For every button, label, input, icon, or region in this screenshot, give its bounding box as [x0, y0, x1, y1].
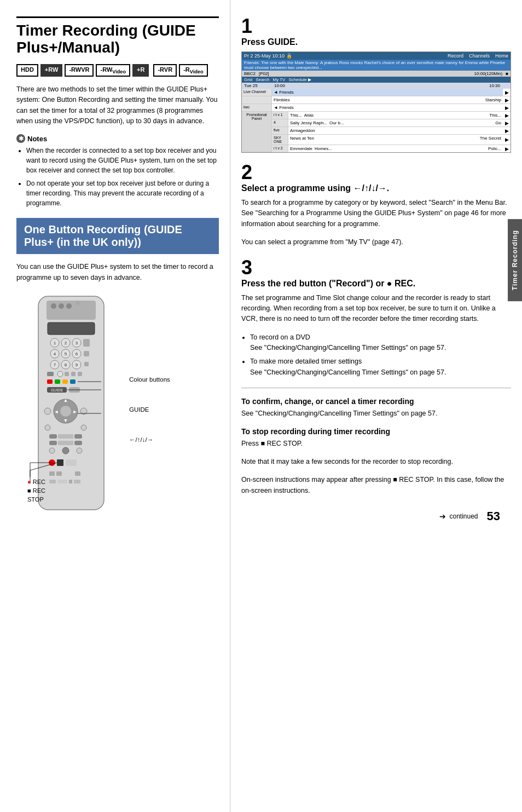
page-title: Timer Recording (GUIDE Plus+/Manual): [16, 16, 219, 56]
svg-rect-52: [74, 434, 82, 439]
svg-rect-33: [47, 379, 53, 384]
stop-body-3: On-screen instructions may appear after …: [241, 475, 511, 496]
svg-rect-63: [56, 471, 62, 476]
callout-colour-label: Colour buttons: [129, 376, 170, 384]
note-icon: ✱: [16, 134, 25, 143]
svg-text:8: 8: [65, 362, 67, 367]
svg-rect-55: [74, 441, 82, 445]
svg-rect-13: [83, 339, 90, 347]
callout-arrows: ←/↑/↓/→: [129, 436, 170, 444]
svg-text:2: 2: [65, 341, 67, 345]
step-3-number: 3: [241, 258, 511, 278]
tv-guide-input-row: BBC2 [P02] 10:00(120Min) ■: [242, 71, 511, 77]
svg-rect-36: [70, 379, 76, 384]
note-item-1: When the recorder is connected to a set …: [26, 146, 219, 175]
left-column: Timer Recording (GUIDE Plus+/Manual) HDD…: [0, 0, 230, 812]
svg-point-3: [59, 303, 64, 309]
step-1-number: 1: [241, 16, 511, 36]
callout-rec-square: ■ REC: [27, 487, 219, 494]
format-badges: HDD +RW -RWVR -RWVideo +R -RVR -RVideo: [16, 64, 219, 77]
svg-text:►: ►: [73, 409, 78, 414]
svg-rect-60: [57, 459, 63, 466]
notes-list: When the recorder is connected to a set …: [16, 146, 219, 208]
svg-rect-54: [58, 441, 73, 445]
rec-callout-labels: ● REC ■ REC STOP: [27, 479, 219, 503]
svg-rect-51: [58, 434, 73, 439]
step-2-section: 2 Select a programme using ←/↑/↓/→. To s…: [241, 163, 511, 248]
svg-point-2: [51, 303, 56, 309]
svg-text:6: 6: [76, 352, 78, 356]
svg-point-41: [60, 406, 71, 417]
svg-text:7: 7: [54, 362, 56, 367]
svg-text:GUIDE: GUIDE: [51, 388, 63, 392]
svg-text:▲: ▲: [63, 398, 68, 403]
svg-text:1: 1: [54, 341, 56, 345]
intro-text: There are two methods to set the timer w…: [16, 84, 219, 127]
stop-body-1: Press ■ REC STOP.: [241, 439, 511, 449]
continued-arrow: ➔: [439, 512, 446, 521]
continued-text: continued: [449, 512, 478, 520]
svg-text:9: 9: [76, 362, 78, 367]
tv-guide-header-right: Record Channels Home: [448, 53, 508, 59]
step-3-heading: Press the red button ("Record") or ● REC…: [241, 279, 511, 289]
callout-labels-right: Colour buttons GUIDE ←/↑/↓/→: [129, 376, 170, 444]
tv-guide-times-row: Tue 25 10:00 10:30: [242, 83, 511, 89]
svg-point-49: [81, 425, 86, 430]
svg-rect-50: [49, 434, 57, 439]
step-3-bullet-1: To record on a DVDSee "Checking/Changing…: [250, 332, 511, 354]
stop-body-2: Note that it may take a few seconds for …: [241, 457, 511, 467]
svg-text:5: 5: [65, 352, 67, 356]
right-column: 1 Press GUIDE. Pr 2 25-May 10:10 🔒 Recor…: [230, 0, 522, 812]
step-3-bullet-2: To make more detailed timer settingsSee …: [250, 356, 511, 378]
svg-rect-31: [71, 372, 76, 376]
confirm-body: See "Checking/Changing/Cancelling Timer …: [241, 408, 511, 419]
notes-box: ✱ Notes When the recorder is connected t…: [16, 134, 219, 208]
tv-guide-row-promo: Promotional Panel i t v 1 This...AliasTh…: [242, 112, 511, 152]
svg-rect-6: [48, 323, 95, 335]
stop-heading: To stop recording during timer recording: [241, 427, 511, 436]
svg-rect-27: [84, 362, 89, 366]
svg-rect-64: [75, 471, 80, 476]
note-item-2: Do not operate your set top box receiver…: [26, 178, 219, 208]
svg-text:◄: ◄: [54, 409, 59, 414]
one-button-title: One Button Recording (GUIDE Plus+ (in th…: [24, 223, 211, 249]
badge-r-plus: +R: [132, 64, 149, 77]
tv-guide-header: Pr 2 25-May 10:10 🔒 Record Channels Home: [242, 52, 511, 60]
badge-rvideo: -RVideo: [179, 64, 207, 77]
svg-rect-61: [66, 459, 77, 466]
badge-rw-plus: +RW: [40, 64, 63, 77]
one-button-body-text: You can use the GUIDE Plus+ system to se…: [16, 262, 219, 283]
section-divider: [241, 388, 511, 388]
tv-guide-row-1: Live Channel ◄ Friends ▶: [242, 89, 511, 96]
one-button-section-box: One Button Recording (GUIDE Plus+ (in th…: [16, 218, 219, 254]
svg-rect-30: [65, 372, 69, 376]
tv-guide-description: Friends: The one with the Male Nanny: A …: [242, 60, 511, 71]
badge-rwvideo: -RWVideo: [96, 64, 130, 77]
svg-rect-35: [62, 379, 68, 384]
svg-point-56: [49, 448, 55, 453]
step-1-heading: Press GUIDE.: [241, 37, 511, 47]
svg-point-57: [62, 447, 69, 454]
confirm-heading: To confirm, change, or cancel a timer re…: [241, 397, 511, 406]
svg-rect-20: [84, 351, 89, 356]
callout-guide-label: GUIDE: [129, 406, 170, 414]
badge-rwvr: -RWVR: [65, 64, 94, 77]
tv-guide-row-3: two ◄ Friends ▶: [242, 104, 511, 112]
step-2-body: To search for a programme by category or…: [241, 198, 511, 229]
step-2-number: 2: [241, 163, 511, 182]
svg-rect-28: [47, 372, 54, 376]
callout-arrows-label: ←/↑/↓/→: [129, 436, 170, 444]
stop-section: To stop recording during timer recording…: [241, 427, 511, 497]
svg-text:▼: ▼: [63, 418, 68, 423]
svg-point-46: [44, 408, 51, 414]
step-1-section: 1 Press GUIDE. Pr 2 25-May 10:10 🔒 Recor…: [241, 16, 511, 153]
svg-point-5: [76, 301, 80, 305]
callout-guide: GUIDE: [129, 406, 170, 414]
step-3-body: The set programme and Time Slot change c…: [241, 293, 511, 325]
page-footer: ➔ continued 53: [241, 504, 511, 529]
tv-guide-row-2: Flimbles Starship ▶: [242, 96, 511, 104]
page-container: Timer Recording (GUIDE Plus+/Manual) HDD…: [0, 0, 522, 812]
svg-text:3: 3: [76, 341, 78, 345]
svg-point-29: [57, 371, 63, 377]
svg-point-58: [77, 448, 82, 453]
